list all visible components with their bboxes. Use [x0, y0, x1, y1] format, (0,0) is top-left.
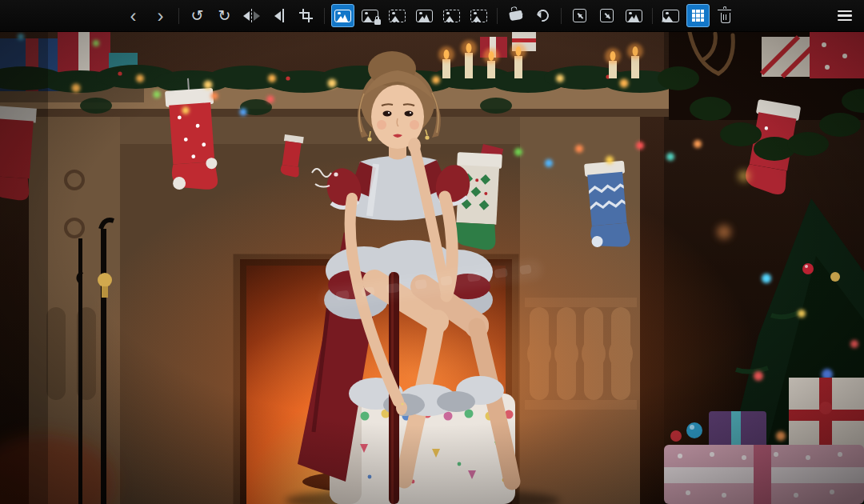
hamburger-menu-icon: [838, 10, 852, 22]
delete-button[interactable]: [714, 4, 737, 27]
view-mode-6-button[interactable]: [467, 4, 490, 27]
actual-size-button[interactable]: [622, 4, 646, 27]
fit-to-window-button[interactable]: [331, 4, 354, 27]
crop-icon: [299, 9, 313, 22]
rotate-ccw-button[interactable]: ↺: [186, 4, 209, 27]
toolbar-group-edit: [504, 4, 554, 27]
lock-zoom-button[interactable]: [358, 4, 382, 27]
menu-button[interactable]: [833, 4, 856, 27]
toolbar-separator: [652, 8, 653, 24]
paint-icon: [509, 10, 523, 22]
enlarge-icon: [600, 9, 614, 22]
view-mode-5-button[interactable]: [440, 4, 463, 27]
restore-button[interactable]: [531, 4, 554, 27]
toolbar-separator: [178, 8, 179, 24]
crop-button[interactable]: [294, 4, 318, 27]
edge-shade-left: [0, 32, 48, 504]
rotate-cw-icon: ↻: [218, 8, 231, 23]
shrink-icon: [573, 9, 586, 22]
toolbar-group-navigate: ‹ ›: [122, 4, 172, 27]
grid-icon: [692, 10, 705, 22]
toolbar-group-manage: [659, 4, 737, 27]
photo-content: [0, 32, 864, 504]
image-viewer-canvas[interactable]: [0, 32, 864, 504]
thumbnail-grid-button[interactable]: [686, 4, 710, 27]
image-frame-icon: [416, 10, 433, 22]
flip-horizontal-icon: [243, 9, 260, 22]
chevron-right-icon: ›: [158, 6, 164, 26]
app-window: ‹ › ↺ ↻: [0, 0, 864, 504]
flip-vertical-icon: [274, 9, 284, 22]
image-lock-icon: [362, 10, 378, 22]
image-frame-dashed-icon: [443, 10, 460, 22]
chevron-left-icon: ‹: [130, 6, 137, 26]
rotate-ccw-icon: ↺: [191, 8, 204, 23]
flip-vertical-button[interactable]: [267, 4, 290, 27]
image-frame-dashed-icon: [389, 10, 406, 22]
shrink-to-fit-button[interactable]: [568, 4, 591, 27]
toolbar-group-scale: [568, 4, 646, 27]
enlarge-to-fit-button[interactable]: [595, 4, 618, 27]
image-frame-icon: [334, 10, 351, 22]
rotate-cw-button[interactable]: ↻: [213, 4, 236, 27]
toolbar: ‹ › ↺ ↻: [0, 0, 864, 32]
view-mode-3-button[interactable]: [386, 4, 409, 27]
circular-arrow-icon: [534, 7, 551, 24]
view-mode-4-button[interactable]: [413, 4, 436, 27]
previous-button[interactable]: ‹: [122, 4, 145, 27]
next-button[interactable]: ›: [149, 4, 172, 27]
image-frame-dashed-icon: [470, 10, 487, 22]
trash-icon: [721, 13, 730, 23]
flip-horizontal-button[interactable]: [240, 4, 263, 27]
toolbar-group-view-modes: [331, 4, 490, 27]
image-frame-icon: [626, 10, 642, 22]
toolbar-separator: [324, 8, 325, 24]
toolbar-group-transform: ↺ ↻: [186, 4, 318, 27]
toolbar-separator: [561, 8, 562, 24]
vignette: [0, 32, 864, 504]
paint-button[interactable]: [504, 4, 527, 27]
toolbar-separator: [497, 8, 498, 24]
image-export-icon: [662, 10, 679, 22]
set-wallpaper-button[interactable]: [659, 4, 682, 27]
